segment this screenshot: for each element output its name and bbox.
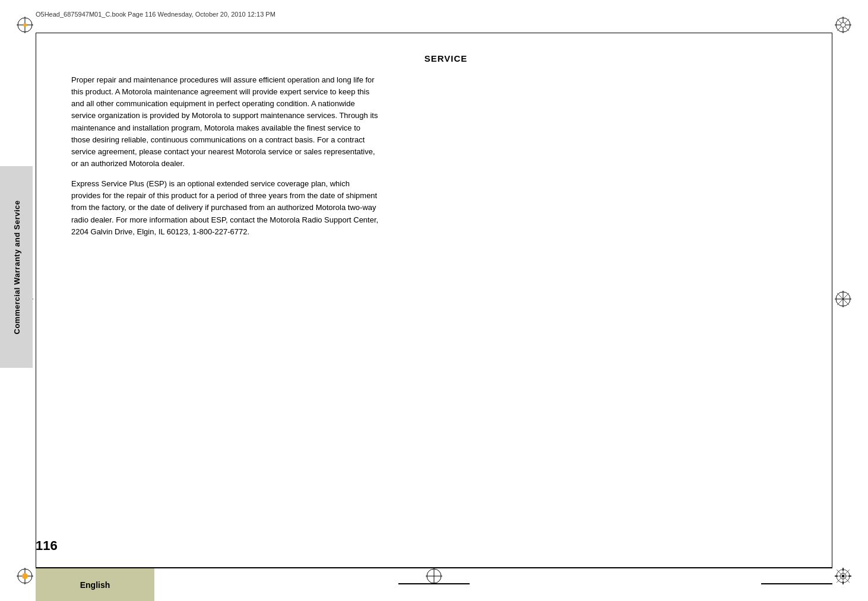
reg-mark-top-right xyxy=(835,17,851,33)
reg-mark-mid-right xyxy=(835,291,851,307)
reg-mark-top-left xyxy=(17,17,33,33)
reg-mark-bottom-left xyxy=(17,568,33,584)
body-text: Proper repair and maintenance procedures… xyxy=(71,74,380,238)
top-border-line xyxy=(36,33,832,33)
svg-point-9 xyxy=(841,23,845,27)
bottom-right-line xyxy=(761,583,832,584)
page-container: O5Head_6875947M01_C.book Page 116 Wednes… xyxy=(0,0,868,601)
svg-point-35 xyxy=(842,575,844,577)
side-tab: Commercial Warranty and Service xyxy=(0,166,33,368)
page-number: 116 xyxy=(36,538,58,554)
file-info-text: O5Head_6875947M01_C.book Page 116 Wednes… xyxy=(36,11,275,18)
paragraph-1: Proper repair and maintenance procedures… xyxy=(71,74,380,170)
side-tab-text: Commercial Warranty and Service xyxy=(12,200,21,334)
svg-point-21 xyxy=(22,573,28,579)
language-tab: English xyxy=(36,568,154,601)
paragraph-2: Express Service Plus (ESP) is an optiona… xyxy=(71,178,380,238)
reg-mark-bottom-right xyxy=(835,568,851,584)
svg-point-3 xyxy=(23,23,27,27)
reg-mark-bottom-center xyxy=(426,568,442,584)
file-header: O5Head_6875947M01_C.book Page 116 Wednes… xyxy=(36,11,832,18)
right-border-line xyxy=(832,33,832,568)
bottom-center-line xyxy=(398,583,470,584)
language-tab-text: English xyxy=(80,580,110,590)
left-border-line xyxy=(36,33,36,568)
section-title: SERVICE xyxy=(71,53,821,63)
main-content: SERVICE Proper repair and maintenance pr… xyxy=(71,53,821,530)
